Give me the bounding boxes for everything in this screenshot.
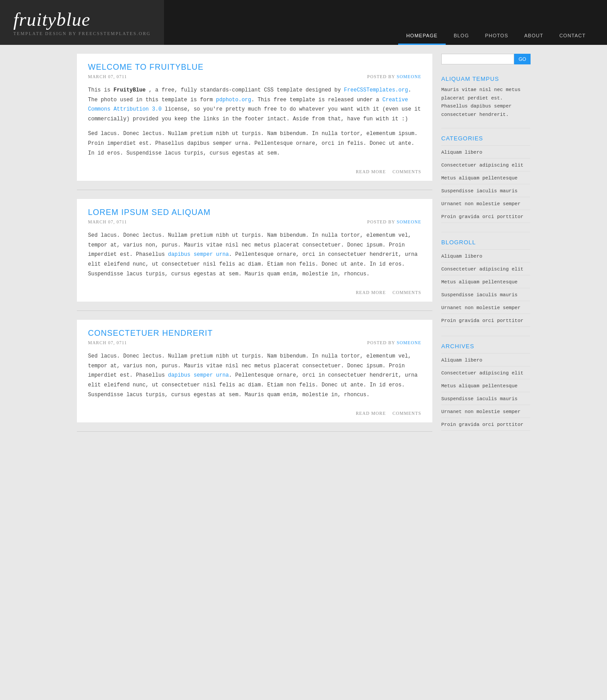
list-item: Proin gravida orci porttitor <box>441 418 530 431</box>
nav-link-photos[interactable]: PHOTOS <box>477 17 516 45</box>
post-2-date: MARCH 07, 0711 <box>88 219 127 224</box>
main-content: WELCOME TO FRUITYBLUE MARCH 07, 0711 POS… <box>77 54 432 441</box>
post-3-date: MARCH 07, 0711 <box>88 340 127 345</box>
sidebar-aliquam-tempus: ALIQUAM TEMPUS Mauris vitae nisl nec met… <box>441 76 530 119</box>
archives-link-5[interactable]: Urnanet non molestie semper <box>441 409 520 414</box>
list-item: Aliquam libero <box>441 250 530 262</box>
nav-item-photos[interactable]: PHOTOS <box>477 17 516 45</box>
post-3-body: Sed lacus. Donec lectus. Nullam pretium … <box>88 352 421 400</box>
logo-area: fruityblue TEMPLATE DESIGN BY FREECSSTEM… <box>0 0 164 45</box>
archives-title: ARCHIVES <box>441 343 530 350</box>
list-item: Aliquam libero <box>441 354 530 366</box>
nav-item-homepage[interactable]: HOMEPAGE <box>398 17 446 45</box>
post-3-title: CONSECTETUER HENDRERIT <box>88 329 421 338</box>
main-nav: HOMEPAGE BLOG PHOTOS ABOUT CONTACT <box>164 0 607 45</box>
post-1-meta: MARCH 07, 0711 POSTED BY SOMEONE <box>88 74 421 79</box>
post-2-author[interactable]: SOMEONE <box>397 219 421 224</box>
category-link-2[interactable]: Consectetuer adipiscing elit <box>441 163 523 168</box>
post-2-footer: READ MORE COMMENTS <box>88 286 421 295</box>
post-3-posted-by: POSTED BY SOMEONE <box>367 340 421 345</box>
blogroll-list: Aliquam libero Consectetuer adipiscing e… <box>441 249 530 327</box>
list-item: Metus aliquam pellentesque <box>441 275 530 288</box>
post-3-link[interactable]: dapibus semper urna <box>168 372 229 378</box>
post-2-title: LOREM IPSUM SED ALIQUAM <box>88 208 421 217</box>
list-item: Aliquam libero <box>441 146 530 159</box>
blogroll-link-6[interactable]: Proin gravida orci porttitor <box>441 318 523 323</box>
freecss-link[interactable]: FreeCSSTemplates.org <box>344 87 408 93</box>
sidebar-archives: ARCHIVES Aliquam libero Consectetuer adi… <box>441 343 530 431</box>
archives-link-2[interactable]: Consectetuer adipiscing elit <box>441 370 523 376</box>
post-3-footer: READ MORE COMMENTS <box>88 406 421 416</box>
archives-link-4[interactable]: Suspendisse iaculis mauris <box>441 396 518 402</box>
list-item: Proin gravida orci porttitor <box>441 210 530 223</box>
nav-item-blog[interactable]: BLOG <box>446 17 477 45</box>
nav-link-contact[interactable]: CONTACT <box>551 17 594 45</box>
archives-list: Aliquam libero Consectetuer adipiscing e… <box>441 353 530 431</box>
sidebar-divider-1 <box>441 128 530 128</box>
list-item: Proin gravida orci porttitor <box>441 314 530 327</box>
post-1-posted-by: POSTED BY SOMEONE <box>367 74 421 79</box>
search-button[interactable]: GO <box>514 54 531 64</box>
sidebar-divider-3 <box>441 336 530 336</box>
blogroll-link-5[interactable]: Urnanet non molestie semper <box>441 305 520 310</box>
post-1-title: WELCOME TO FRUITYBLUE <box>88 63 421 72</box>
category-link-4[interactable]: Suspendisse iaculis mauris <box>441 188 518 194</box>
category-link-3[interactable]: Metus aliquam pellentesque <box>441 175 518 181</box>
list-item: Consectetuer adipiscing elit <box>441 366 530 379</box>
category-link-6[interactable]: Proin gravida orci porttitor <box>441 214 523 219</box>
nav-item-contact[interactable]: CONTACT <box>551 17 594 45</box>
blogroll-link-2[interactable]: Consectetuer adipiscing elit <box>441 266 523 272</box>
list-item: Urnanet non molestie semper <box>441 301 530 314</box>
sidebar-categories: CATEGORIES Aliquam libero Consectetuer a… <box>441 135 530 223</box>
post-1-comments[interactable]: COMMENTS <box>392 169 421 174</box>
list-item: Metus aliquam pellentesque <box>441 379 530 392</box>
blogroll-link-4[interactable]: Suspendisse iaculis mauris <box>441 292 518 298</box>
categories-title: CATEGORIES <box>441 135 530 142</box>
search-box: GO <box>441 54 530 64</box>
archives-link-3[interactable]: Metus aliquam pellentesque <box>441 383 518 389</box>
post-2-posted-by: POSTED BY SOMEONE <box>367 219 421 224</box>
post-1-read-more[interactable]: READ MORE <box>356 169 386 174</box>
nav-link-blog[interactable]: BLOG <box>446 17 477 45</box>
divider-3 <box>77 431 432 432</box>
sidebar: GO ALIQUAM TEMPUS Mauris vitae nisl nec … <box>441 54 530 441</box>
category-link-5[interactable]: Urnanet non molestie semper <box>441 201 520 207</box>
post-2-meta: MARCH 07, 0711 POSTED BY SOMEONE <box>88 219 421 224</box>
blogroll-link-3[interactable]: Metus aliquam pellentesque <box>441 279 518 285</box>
logo-subtitle: TEMPLATE DESIGN BY FREECSSTEMPLATES.ORG <box>13 31 151 36</box>
category-link-1[interactable]: Aliquam libero <box>441 150 482 155</box>
nav-list: HOMEPAGE BLOG PHOTOS ABOUT CONTACT <box>398 17 594 45</box>
site-header: fruityblue TEMPLATE DESIGN BY FREECSSTEM… <box>0 0 607 45</box>
post-2-link[interactable]: dapibus semper urna <box>168 251 229 258</box>
list-item: Urnanet non molestie semper <box>441 405 530 418</box>
nav-item-about[interactable]: ABOUT <box>516 17 551 45</box>
archives-link-6[interactable]: Proin gravida orci porttitor <box>441 422 523 427</box>
divider-2 <box>77 310 432 311</box>
post-3-read-more[interactable]: READ MORE <box>356 411 386 416</box>
list-item: Suspendisse iaculis mauris <box>441 184 530 197</box>
post-2: LOREM IPSUM SED ALIQUAM MARCH 07, 0711 P… <box>77 199 432 302</box>
post-2-read-more[interactable]: READ MORE <box>356 290 386 295</box>
list-item: Suspendisse iaculis mauris <box>441 392 530 405</box>
post-3: CONSECTETUER HENDRERIT MARCH 07, 0711 PO… <box>77 320 432 422</box>
post-2-comments[interactable]: COMMENTS <box>392 290 421 295</box>
list-item: Urnanet non molestie semper <box>441 197 530 210</box>
divider-1 <box>77 190 432 190</box>
post-1-body: This is FruityBlue , a free, fully stand… <box>88 86 421 158</box>
categories-list: Aliquam libero Consectetuer adipiscing e… <box>441 145 530 223</box>
list-item: Consectetuer adipiscing elit <box>441 262 530 275</box>
post-3-author[interactable]: SOMEONE <box>397 340 421 345</box>
post-3-comments[interactable]: COMMENTS <box>392 411 421 416</box>
nav-link-about[interactable]: ABOUT <box>516 17 551 45</box>
pdphoto-link[interactable]: pdphoto.org <box>216 97 251 103</box>
post-3-meta: MARCH 07, 0711 POSTED BY SOMEONE <box>88 340 421 345</box>
blogroll-link-1[interactable]: Aliquam libero <box>441 254 482 259</box>
page-wrapper: WELCOME TO FRUITYBLUE MARCH 07, 0711 POS… <box>77 45 530 449</box>
archives-link-1[interactable]: Aliquam libero <box>441 358 482 363</box>
list-item: Consectetuer adipiscing elit <box>441 159 530 171</box>
post-1-footer: READ MORE COMMENTS <box>88 165 421 174</box>
search-input[interactable] <box>441 54 514 64</box>
post-1-date: MARCH 07, 0711 <box>88 74 127 79</box>
post-1-author[interactable]: SOMEONE <box>397 74 421 79</box>
nav-link-homepage[interactable]: HOMEPAGE <box>398 17 446 45</box>
